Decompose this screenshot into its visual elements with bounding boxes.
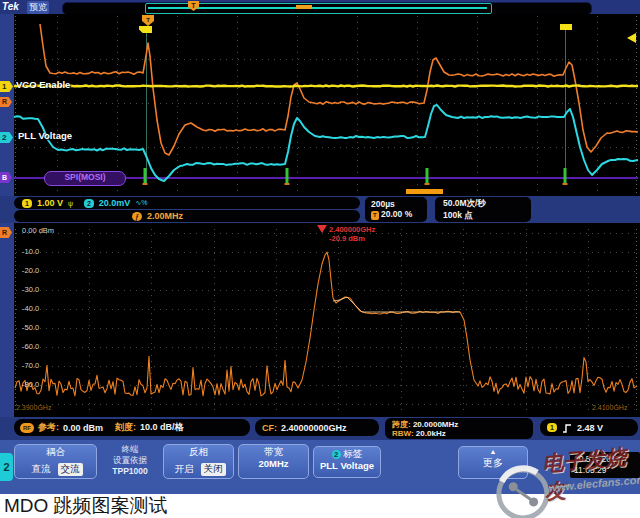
trigger-level-value: 2.48 V [577, 423, 603, 433]
trigger-pos-icon: T [371, 211, 379, 220]
coupling-button[interactable]: 耦合 直流交流 [14, 444, 97, 479]
acquisition-readout: 50.0M次/秒 100k 点 [435, 197, 531, 222]
ref-value: 0.00 dBm [63, 423, 103, 433]
ch2-coupling-icon: ∿% [135, 199, 147, 207]
rbw-label: RBW: [392, 429, 414, 438]
sample-rate-value: 50.0M次/秒 [443, 198, 486, 210]
trigger-pos-value: 20.00 % [381, 209, 412, 219]
label-value: PLL Voltage [314, 460, 380, 471]
coupling-option-dc[interactable]: 直流 [29, 463, 54, 476]
db-axis-label: -20.0 [22, 267, 39, 275]
waveform-plot [0, 14, 640, 196]
termination-line2: 设置依据 [99, 455, 161, 466]
ch1-badge: 1 [22, 199, 32, 208]
label-title-row: 2 标签 [314, 447, 380, 460]
record-preview-line [148, 7, 487, 9]
span-row: 跨度: 20.0000MHz [392, 420, 458, 429]
coupling-title: 耦合 [15, 445, 96, 458]
invert-option-off[interactable]: 关闭 [201, 463, 226, 476]
waveform-area: 1 R 2 B VCO Enable PLL Voltage SPI(MOSI)… [0, 14, 640, 196]
peak-marker-icon [317, 225, 327, 233]
rf-time-trace [40, 24, 638, 155]
db-axis-label: -60.0 [22, 343, 39, 351]
bandwidth-button[interactable]: 带宽 20MHz [238, 444, 309, 479]
rbw-row: RBW: 20.0kHz [392, 429, 446, 438]
span-left-freq: 2.3900GHz [16, 404, 51, 411]
freq-readout: ƒ 2.00MHz [14, 210, 360, 222]
bus-label-pill: SPI(MOSI) [44, 171, 126, 186]
ch1-scale: 1.00 V [37, 198, 63, 208]
bandwidth-title: 带宽 [239, 445, 308, 458]
channel-scale-readout: 1 1.00 V ψ 2 20.0mV ∿% [14, 197, 360, 209]
watermark-name: 电子发烧友 [541, 442, 640, 506]
trigger-source-badge: 1 [547, 423, 557, 432]
rf-badge: RF [20, 423, 34, 433]
bus-event-tick [563, 183, 568, 185]
label-title: 标签 [343, 448, 362, 459]
bus-event-bracket [564, 168, 567, 183]
scale-value: 10.0 dB/格 [140, 421, 184, 434]
center-freq-readout: CF: 2.40000000GHz [255, 419, 379, 436]
scale-label: 刻度: [115, 421, 136, 434]
spectrum-plot [0, 223, 640, 417]
invert-option-on[interactable]: 开启 [172, 463, 197, 476]
ref-level-label: 0.00 dBm [22, 227, 54, 235]
peak-marker-ampl: -20.9 dBm [329, 234, 365, 243]
freq-badge: ƒ [132, 212, 142, 221]
ch1-coupling-icon: ψ [68, 200, 73, 207]
ch2-trace-label: PLL Voltage [18, 130, 72, 141]
record-activity-segment [296, 5, 312, 9]
freq-value: 2.00MHz [147, 211, 183, 221]
bandwidth-value: 20MHz [239, 458, 308, 469]
cf-value: 2.40000000GHz [281, 423, 347, 433]
span-label: 跨度: [392, 420, 411, 429]
span-rbw-readout: 跨度: 20.0000MHz RBW: 20.0kHz [385, 418, 533, 439]
termination-info: 终端 设置依据 TPP1000 [99, 444, 161, 477]
ch2-trace [14, 105, 638, 181]
bus-event-tick [285, 183, 290, 185]
db-axis-label: -80.0 [22, 381, 39, 389]
record-length-value: 100k 点 [443, 210, 473, 222]
db-axis-label: -10.0 [22, 248, 39, 256]
reference-arrow-icon [627, 33, 636, 43]
coupling-option-ac[interactable]: 交流 [58, 463, 83, 476]
acquisition-mode-label: 预览 [27, 1, 49, 14]
ch2-scale: 20.0mV [99, 198, 131, 208]
trigger-position-readout: T 20.00 % [371, 209, 412, 220]
db-axis-label: -40.0 [22, 305, 39, 313]
trigger-readout: 1 2.48 V [540, 419, 638, 436]
bus-event-tick [425, 183, 430, 185]
brand-logo: Tek [2, 1, 19, 12]
oscilloscope-screen: Tek 预览 T 1 R 2 B VCO Enable PLL Voltage … [0, 0, 640, 518]
invert-button[interactable]: 反相 开启关闭 [163, 444, 234, 479]
ch1-trace [14, 86, 638, 87]
db-axis-label: -50.0 [22, 324, 39, 332]
top-bar: Tek 预览 T [0, 0, 640, 14]
rf-settings-readout: RF 参考: 0.00 dBm 刻度: 10.0 dB/格 [14, 419, 250, 436]
label-channel-badge: 2 [332, 450, 341, 459]
cf-label: CF: [262, 423, 277, 433]
rbw-value: 20.0kHz [416, 429, 446, 438]
spectrum-trace [15, 252, 637, 396]
event-flag2-icon [560, 24, 572, 30]
bus-event-tick [143, 183, 148, 185]
peak-marker-freq: 2.400000GHz [329, 225, 375, 234]
span-value: 20.0000MHz [413, 420, 458, 429]
db-axis-label: -30.0 [22, 286, 39, 294]
ch2-badge: 2 [84, 199, 94, 208]
bus-activity-bar [406, 189, 443, 194]
termination-line3: TPP1000 [99, 466, 161, 477]
spectrum-area: R 0.00 dBm -10.0-20.0-30.0-40.0-50.0-60.… [0, 223, 640, 417]
bus-event-bracket [286, 168, 289, 183]
ref-label: 参考: [38, 421, 59, 434]
watermark: 电子发烧友 www.elecfans.com [489, 440, 640, 518]
menu-channel-tab[interactable]: 2 [0, 453, 13, 481]
span-right-freq: 2.4100GHz [592, 404, 627, 411]
bus-event-bracket [426, 168, 429, 183]
timebase-value: 200µs [371, 199, 395, 209]
label-button[interactable]: 2 标签 PLL Voltage [313, 446, 381, 478]
bus-event-bracket [144, 168, 147, 183]
ch1-trace-label: VCO Enable [16, 79, 70, 90]
db-axis-label: -70.0 [22, 362, 39, 370]
invert-title: 反相 [164, 445, 233, 458]
